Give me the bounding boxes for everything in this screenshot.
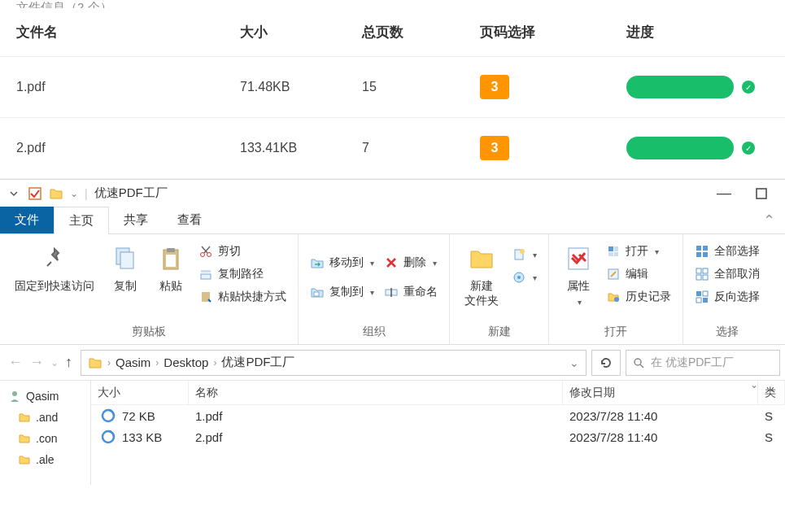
col-page-select[interactable]: 页码选择 — [480, 23, 626, 41]
recent-locations-button[interactable]: ⌄ — [50, 357, 59, 368]
rename-button[interactable]: 重命名 — [381, 283, 441, 301]
new-item-button[interactable]: ▾ — [508, 246, 540, 264]
group-label-new: 新建 — [450, 321, 548, 344]
col-pages[interactable]: 总页数 — [362, 23, 480, 41]
chevron-right-icon[interactable]: › — [107, 357, 111, 368]
col-filename[interactable]: 文件名 — [16, 23, 240, 41]
col-size[interactable]: 大小 — [240, 23, 362, 41]
new-folder-button[interactable]: 新建 文件夹 — [458, 239, 505, 312]
crumb-item[interactable]: Qasim — [116, 355, 150, 369]
crumb-item[interactable]: Desktop — [164, 355, 208, 369]
edit-button[interactable]: 编辑 — [603, 265, 674, 283]
tab-file[interactable]: 文件 — [0, 207, 54, 233]
crumb-item[interactable]: 优速PDF工厂 — [221, 355, 294, 370]
chevron-right-icon[interactable]: › — [155, 357, 159, 368]
open-button[interactable]: 打开▾ — [603, 242, 674, 260]
ribbon-group-new: 新建 文件夹 ▾ ▾ 新建 — [450, 234, 549, 344]
cell-progress: ✓ — [626, 137, 769, 159]
folder-icon[interactable] — [49, 186, 63, 201]
delete-button[interactable]: 删除▾ — [381, 254, 441, 272]
ribbon-group-organize: 移动到▾ 复制到▾ 删除▾ 重命名 组织 — [299, 234, 450, 344]
cell-page-select: 3 — [480, 136, 626, 160]
svg-rect-10 — [201, 274, 211, 279]
svg-point-7 — [201, 253, 205, 257]
copy-to-icon — [310, 285, 325, 299]
cut-button[interactable]: 剪切 — [195, 242, 290, 260]
up-button[interactable]: ↑ — [65, 354, 72, 371]
copy-button[interactable]: 复制 — [104, 239, 146, 298]
tab-home[interactable]: 主页 — [54, 207, 109, 235]
chevron-right-icon[interactable]: › — [213, 357, 216, 368]
easy-access-button[interactable]: ▾ — [508, 268, 540, 286]
history-button[interactable]: 历史记录 — [603, 288, 674, 306]
collapse-ribbon-icon[interactable]: ⌃ — [763, 211, 775, 229]
svg-rect-1 — [757, 189, 766, 198]
file-type: S — [758, 409, 785, 423]
sidebar-item[interactable]: .con — [0, 428, 90, 449]
paste-shortcut-button[interactable]: 粘贴快捷方式 — [195, 288, 290, 306]
refresh-button[interactable] — [591, 350, 621, 376]
table-row[interactable]: 2.pdf 133.41KB 7 3 ✓ — [0, 118, 785, 179]
svg-line-39 — [640, 364, 643, 368]
address-dropdown-icon[interactable]: ⌄ — [569, 356, 579, 369]
minimize-button[interactable]: — — [715, 185, 733, 203]
svg-rect-28 — [696, 252, 701, 257]
progress-bar — [626, 137, 734, 159]
page-badge[interactable]: 3 — [480, 136, 509, 160]
move-to-button[interactable]: 移动到▾ — [307, 254, 377, 272]
file-row[interactable]: 133 KB 2.pdf 2023/7/28 11:40 S — [91, 426, 785, 447]
svg-rect-5 — [167, 248, 175, 252]
maximize-button[interactable] — [752, 185, 770, 203]
column-modified[interactable]: 修改日期 — [563, 381, 758, 404]
page-badge[interactable]: 3 — [480, 75, 509, 99]
select-all-button[interactable]: 全部选择 — [691, 242, 763, 260]
cell-size: 133.41KB — [240, 141, 362, 155]
search-box[interactable]: 在 优速PDF工厂 — [626, 350, 780, 376]
copy-to-button[interactable]: 复制到▾ — [307, 283, 377, 301]
tab-share[interactable]: 共享 — [109, 207, 163, 233]
tab-view[interactable]: 查看 — [163, 207, 216, 233]
back-button[interactable]: ← — [8, 354, 23, 371]
invert-selection-button[interactable]: 反向选择 — [691, 288, 763, 306]
sidebar-item[interactable]: .ale — [0, 449, 90, 470]
paste-shortcut-icon — [198, 290, 213, 304]
checkbox-icon[interactable] — [28, 186, 42, 201]
window-controls: — — [715, 185, 778, 203]
file-info-table: 文件名 大小 总页数 页码选择 进度 1.pdf 71.48KB 15 3 ✓ … — [0, 8, 785, 179]
select-none-button[interactable]: 全部取消 — [691, 265, 763, 283]
svg-rect-21 — [614, 246, 618, 251]
top-header: 文件信息（2 个） — [0, 0, 785, 8]
sidebar-item[interactable]: .and — [0, 407, 90, 428]
ribbon-group-clipboard: 固定到快速访问 复制 粘贴 剪切 — [0, 234, 299, 344]
cell-size: 71.48KB — [240, 80, 362, 94]
group-label-select: 选择 — [683, 321, 771, 344]
sidebar-item[interactable]: Qasim — [0, 386, 90, 407]
paste-icon — [156, 244, 185, 273]
column-type[interactable]: 类 — [758, 381, 785, 404]
new-folder-label: 新建 文件夹 — [464, 278, 499, 307]
cell-page-select: 3 — [480, 75, 626, 99]
file-columns-header: 大小 名称 修改日期 类 ⌄ — [91, 381, 785, 405]
overflow-icon[interactable]: ⌄ — [70, 188, 78, 199]
copy-path-button[interactable]: 复制路径 — [195, 265, 290, 283]
copy-label: 复制 — [114, 278, 137, 293]
pin-quickaccess-button[interactable]: 固定到快速访问 — [8, 239, 101, 298]
properties-button[interactable]: 属性 ▾ — [557, 239, 600, 312]
col-progress[interactable]: 进度 — [626, 23, 769, 41]
file-row[interactable]: 72 KB 1.pdf 2023/7/28 11:40 S — [91, 405, 785, 426]
breadcrumb[interactable]: › Qasim › Desktop › 优速PDF工厂 ⌄ — [81, 350, 587, 376]
table-row[interactable]: 1.pdf 71.48KB 15 3 ✓ — [0, 57, 785, 118]
down-caret-icon[interactable] — [7, 186, 21, 201]
group-label-clipboard: 剪贴板 — [0, 321, 298, 344]
svg-rect-20 — [608, 246, 613, 251]
svg-rect-26 — [696, 246, 701, 251]
svg-point-8 — [207, 253, 212, 257]
forward-button[interactable]: → — [29, 354, 44, 371]
paste-button[interactable]: 粘贴 — [150, 239, 192, 298]
pdf-file-icon — [101, 430, 116, 444]
folder-icon — [18, 432, 31, 445]
column-size[interactable]: 大小 — [91, 381, 189, 404]
column-name[interactable]: 名称 — [189, 381, 563, 404]
separator: | — [85, 187, 88, 200]
svg-rect-22 — [608, 252, 613, 256]
